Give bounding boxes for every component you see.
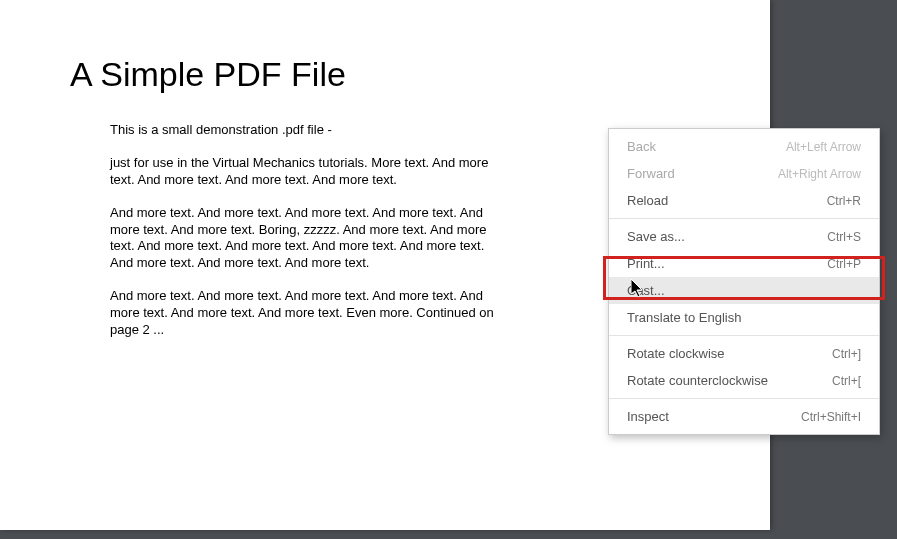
menu-item-rotate-counterclockwise[interactable]: Rotate counterclockwiseCtrl+[: [609, 367, 879, 394]
document-paragraph: just for use in the Virtual Mechanics tu…: [110, 155, 510, 189]
menu-item-label: Rotate counterclockwise: [627, 373, 768, 388]
menu-item-label: Forward: [627, 166, 675, 181]
menu-item-label: Inspect: [627, 409, 669, 424]
menu-item-inspect[interactable]: InspectCtrl+Shift+I: [609, 403, 879, 430]
menu-item-back: BackAlt+Left Arrow: [609, 133, 879, 160]
context-menu: BackAlt+Left ArrowForwardAlt+Right Arrow…: [608, 128, 880, 435]
menu-item-reload[interactable]: ReloadCtrl+R: [609, 187, 879, 214]
menu-item-shortcut: Ctrl+Shift+I: [801, 410, 861, 424]
menu-item-label: Cast...: [627, 283, 665, 298]
menu-item-label: Back: [627, 139, 656, 154]
menu-item-shortcut: Ctrl+S: [827, 230, 861, 244]
menu-item-shortcut: Ctrl+P: [827, 257, 861, 271]
menu-item-print[interactable]: Print...Ctrl+P: [609, 250, 879, 277]
document-paragraph: This is a small demonstration .pdf file …: [110, 122, 510, 139]
document-body: This is a small demonstration .pdf file …: [70, 122, 510, 339]
menu-item-label: Translate to English: [627, 310, 741, 325]
menu-item-cast[interactable]: Cast...: [609, 277, 879, 304]
document-title: A Simple PDF File: [70, 55, 700, 94]
menu-item-translate-to-english[interactable]: Translate to English: [609, 304, 879, 331]
menu-item-shortcut: Ctrl+]: [832, 347, 861, 361]
menu-item-shortcut: Alt+Left Arrow: [786, 140, 861, 154]
menu-item-label: Print...: [627, 256, 665, 271]
menu-item-shortcut: Alt+Right Arrow: [778, 167, 861, 181]
menu-separator: [609, 218, 879, 219]
menu-item-label: Save as...: [627, 229, 685, 244]
menu-separator: [609, 335, 879, 336]
menu-item-rotate-clockwise[interactable]: Rotate clockwiseCtrl+]: [609, 340, 879, 367]
menu-item-save-as[interactable]: Save as...Ctrl+S: [609, 223, 879, 250]
menu-item-forward: ForwardAlt+Right Arrow: [609, 160, 879, 187]
menu-item-shortcut: Ctrl+R: [827, 194, 861, 208]
menu-item-label: Rotate clockwise: [627, 346, 725, 361]
menu-item-shortcut: Ctrl+[: [832, 374, 861, 388]
menu-item-label: Reload: [627, 193, 668, 208]
document-paragraph: And more text. And more text. And more t…: [110, 288, 510, 339]
document-paragraph: And more text. And more text. And more t…: [110, 205, 510, 273]
menu-separator: [609, 398, 879, 399]
